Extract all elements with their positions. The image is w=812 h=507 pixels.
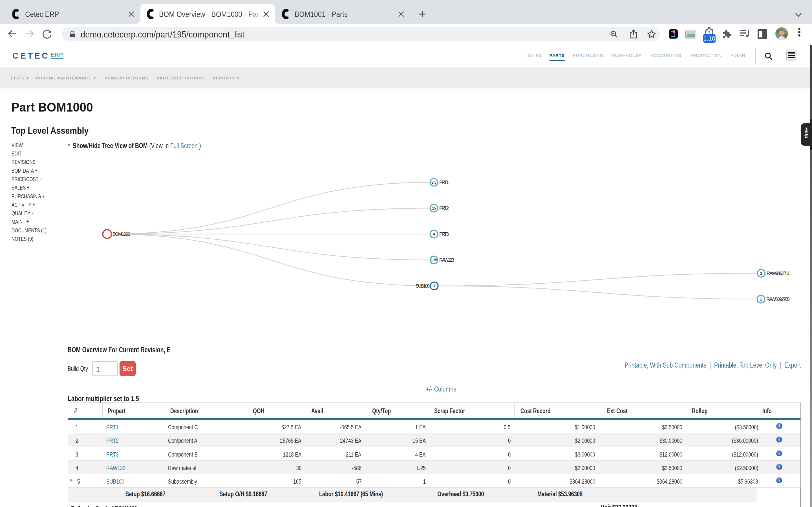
svg-text:RAW123: RAW123 [439, 258, 454, 263]
svg-text:15: 15 [432, 206, 436, 210]
svg-text:4: 4 [433, 232, 435, 236]
svg-text:RAW9462711: RAW9462711 [767, 271, 790, 276]
svg-text:BOM1000: BOM1000 [112, 231, 130, 237]
svg-text:SUB100: SUB100 [416, 283, 430, 288]
svg-text:1: 1 [433, 284, 435, 288]
svg-text:1.25: 1.25 [431, 258, 437, 262]
svg-text:PRT2: PRT2 [439, 206, 449, 211]
svg-text:RAW8392785: RAW8392785 [766, 297, 790, 302]
svg-text:1: 1 [760, 297, 762, 301]
svg-text:1: 1 [760, 271, 762, 276]
svg-text:3.5: 3.5 [432, 180, 437, 184]
svg-text:PRT1: PRT1 [439, 180, 449, 185]
svg-text:PRT3: PRT3 [439, 231, 449, 237]
